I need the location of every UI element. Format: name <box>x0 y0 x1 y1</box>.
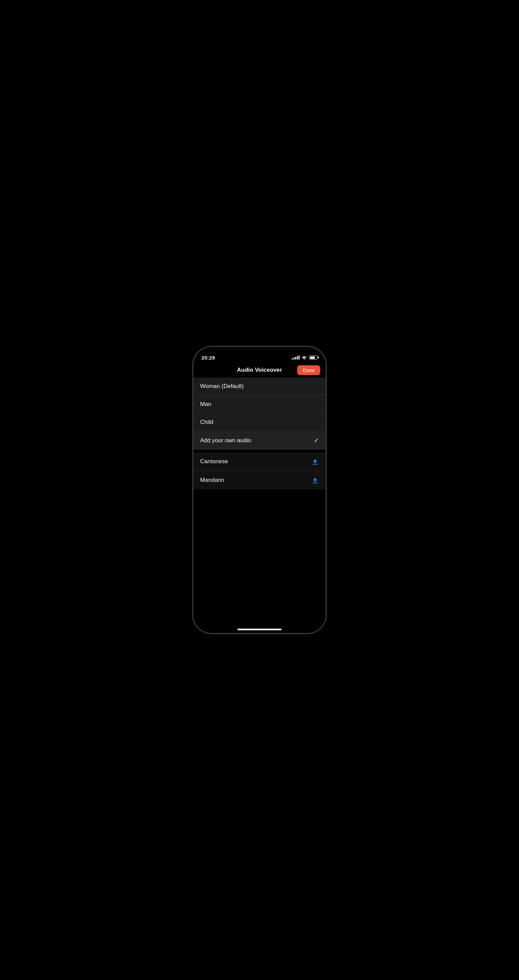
signal-bar-5 <box>299 355 300 360</box>
list-item-child[interactable]: Child <box>193 414 326 431</box>
status-bar: 20:29 <box>193 347 326 364</box>
home-indicator <box>238 628 281 630</box>
page-title: Audio Voiceover <box>237 367 282 374</box>
list-section: Woman (Default) Man Child Add your own a… <box>193 377 326 633</box>
group-separator <box>193 450 326 452</box>
signal-bar-3 <box>295 357 296 360</box>
status-icons <box>292 355 318 360</box>
child-label: Child <box>200 419 213 426</box>
list-item-cantonese[interactable]: Cantonese <box>193 452 326 471</box>
voice-types-group: Woman (Default) Man Child Add your own a… <box>193 377 326 450</box>
list-item-mandarin[interactable]: Mandarin <box>193 471 326 489</box>
svg-marker-3 <box>313 477 317 482</box>
list-item-woman[interactable]: Woman (Default) <box>193 377 326 395</box>
woman-label: Woman (Default) <box>200 383 244 390</box>
svg-rect-2 <box>312 482 318 483</box>
signal-bar-4 <box>297 356 298 360</box>
upload-icon-cantonese <box>311 458 319 465</box>
battery-icon <box>309 355 318 360</box>
svg-rect-0 <box>312 464 318 465</box>
signal-bar-2 <box>294 358 294 360</box>
signal-bar-1 <box>292 358 293 360</box>
language-group: Cantonese Mandarin <box>193 452 326 489</box>
dynamic-island <box>239 350 280 361</box>
empty-area <box>193 489 326 633</box>
signal-bars-icon <box>292 355 300 360</box>
svg-marker-1 <box>313 459 317 463</box>
done-button[interactable]: Done <box>297 365 320 375</box>
list-item-add-own[interactable]: Add your own audio ✓ <box>193 431 326 450</box>
mandarin-label: Mandarin <box>200 477 224 484</box>
nav-header: Audio Voiceover Done <box>193 364 326 377</box>
wifi-icon <box>302 355 307 360</box>
list-item-man[interactable]: Man <box>193 395 326 414</box>
phone-screen: 20:29 <box>193 347 326 633</box>
cantonese-label: Cantonese <box>200 458 228 465</box>
man-label: Man <box>200 401 211 408</box>
add-own-label: Add your own audio <box>200 437 251 444</box>
battery-fill <box>310 356 315 359</box>
checkmark-icon: ✓ <box>314 437 319 444</box>
upload-icon-mandarin <box>311 476 319 484</box>
phone-frame: 20:29 <box>193 347 326 633</box>
status-time: 20:29 <box>201 355 215 361</box>
